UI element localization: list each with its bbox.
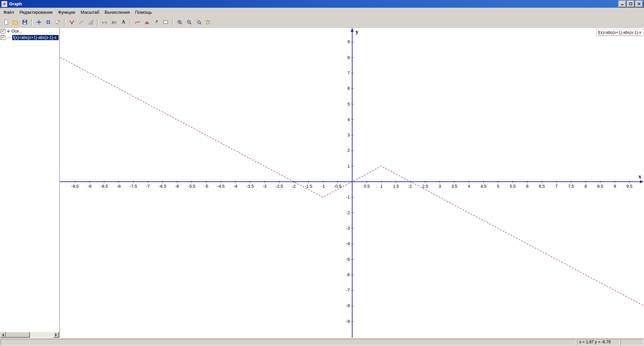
axes-list-item[interactable]: ✓ Оси... (0, 28, 59, 34)
menu-help[interactable]: Помощь (132, 8, 155, 16)
open-file-button[interactable] (11, 18, 20, 26)
insert-trendline-button[interactable] (133, 18, 142, 26)
insert-relation-button[interactable] (143, 18, 151, 26)
x-tick-label: -6.5 (159, 184, 166, 189)
x-tick-label: 4 (468, 184, 470, 189)
zoom-out-icon (186, 19, 192, 25)
function-item-label[interactable]: f(x)=abs(x+1)-abs(x-1)-x (12, 35, 59, 40)
insert-function-button[interactable] (67, 18, 76, 26)
insert-tangent-icon (78, 19, 84, 25)
scroll-left-icon (1, 334, 4, 336)
axes-visibility-checkbox[interactable]: ✓ (1, 29, 5, 34)
scrollbar-thumb[interactable] (6, 332, 30, 338)
y-tick-label: -7 (346, 288, 350, 293)
toolbar-separator (130, 18, 131, 26)
zoom-out-button[interactable] (185, 18, 194, 26)
grid-icon (46, 19, 51, 25)
mouse-coordinates: x = 1.67 y = -6.79 (577, 339, 620, 345)
x-tick-label: -7 (146, 184, 150, 189)
y-tick-label: -5 (346, 257, 350, 262)
minimize-button[interactable] (619, 1, 626, 7)
open-folder-icon (13, 19, 18, 25)
x-tick-label: 4.5 (480, 184, 486, 189)
panel-horizontal-scrollbar[interactable] (0, 332, 59, 338)
y-tick-label: -3 (346, 226, 350, 231)
menu-zoom[interactable]: Масштаб (78, 8, 102, 16)
scroll-right-button[interactable] (53, 332, 59, 338)
insert-tangent-button[interactable] (77, 18, 86, 26)
insert-point-series-button[interactable]: x<y (100, 18, 109, 26)
toolbar: x<y f(t) A (0, 17, 644, 28)
options-icon (55, 19, 60, 25)
plot-canvas[interactable]: -9.5-9-8.5-8-7.5-7-6.5-6-5.5-5-4.5-4-3.5… (60, 28, 644, 338)
point-series-icon: x<y (102, 20, 107, 24)
plot-svg[interactable]: -9.5-9-8.5-8-7.5-7-6.5-6-5.5-5-4.5-4-3.5… (60, 28, 644, 338)
status-end-panel (621, 339, 643, 345)
zoom-in-button[interactable] (175, 18, 184, 26)
y-tick-label: 2 (347, 148, 350, 153)
title-bar: Graph (0, 0, 644, 8)
x-tick-label: 7 (555, 184, 557, 189)
toolbar-separator (97, 18, 98, 26)
x-tick-label: 8.5 (597, 184, 603, 189)
maximize-icon (629, 2, 632, 5)
x-tick-label: 2.5 (422, 184, 428, 189)
zoom-window-icon (196, 19, 201, 25)
maximize-button[interactable] (627, 1, 635, 7)
menu-calculate[interactable]: Вычисления (102, 8, 132, 16)
scrollbar-track[interactable] (30, 332, 53, 338)
scroll-right-icon (55, 334, 58, 336)
pan-button[interactable] (204, 18, 212, 26)
x-tick-label: 0.5 (364, 184, 370, 189)
menu-file[interactable]: Файл (1, 8, 17, 16)
x-tick-label: 7.5 (568, 184, 574, 189)
close-button[interactable] (635, 1, 643, 7)
axes-item-label[interactable]: Оси... (11, 29, 22, 34)
x-tick-label: -2.5 (275, 184, 283, 189)
new-file-button[interactable] (2, 18, 10, 26)
x-tick-label: 6.5 (539, 184, 545, 189)
menu-functions[interactable]: Функции (55, 8, 78, 16)
y-tick-label: -9 (346, 319, 350, 324)
y-tick-label: 7 (347, 70, 350, 75)
options-button[interactable] (53, 18, 62, 26)
x-tick-label: -7.5 (129, 184, 137, 189)
zoom-window-button[interactable] (194, 18, 203, 26)
evaluate-icon (154, 19, 159, 25)
y-tick-label: -2 (346, 210, 350, 215)
evaluate-button[interactable] (152, 18, 161, 26)
plot-legend-box[interactable]: f(x)=abs(x+1)-abs(x-1)-x (596, 29, 643, 36)
grid-settings-button[interactable] (44, 18, 53, 26)
plot-legend-entry: f(x)=abs(x+1)-abs(x-1)-x (598, 30, 641, 36)
area-button[interactable] (161, 18, 170, 26)
y-tick-label: 9 (347, 39, 350, 44)
save-button[interactable] (20, 18, 29, 26)
x-tick-label: -3.5 (246, 184, 254, 189)
x-tick-label: 1.5 (393, 184, 399, 189)
x-tick-label: 3.5 (451, 184, 457, 189)
menu-edit[interactable]: Редактирование (17, 8, 55, 16)
new-file-icon (3, 19, 9, 25)
x-tick-label: 6 (526, 184, 528, 189)
minimize-icon (621, 2, 624, 5)
y-tick-label: 3 (347, 132, 350, 137)
x-tick-label: -6 (175, 184, 179, 189)
parametric-icon: f(t) (112, 20, 116, 24)
insert-label-button[interactable]: A (119, 18, 128, 26)
pan-hand-icon (205, 19, 211, 25)
x-tick-label: -2 (292, 184, 296, 189)
zoom-in-icon (177, 19, 182, 25)
x-tick-label: -5.5 (188, 184, 195, 189)
x-tick-label: 1 (380, 184, 382, 189)
scroll-left-button[interactable] (0, 332, 6, 338)
x-tick-label: -4.5 (217, 184, 224, 189)
axes-settings-button[interactable] (35, 18, 43, 26)
insert-parametric-button[interactable]: f(t) (110, 18, 118, 26)
function-list-item[interactable]: ✓ f(x)=abs(x+1)-abs(x-1)-x (0, 34, 59, 41)
insert-shading-button[interactable] (86, 18, 95, 26)
insert-function-icon (69, 19, 74, 25)
y-tick-label: 6 (347, 86, 350, 91)
x-tick-label: 2 (409, 184, 412, 189)
y-tick-label: 4 (347, 117, 350, 122)
function-visibility-checkbox[interactable]: ✓ (1, 35, 5, 40)
